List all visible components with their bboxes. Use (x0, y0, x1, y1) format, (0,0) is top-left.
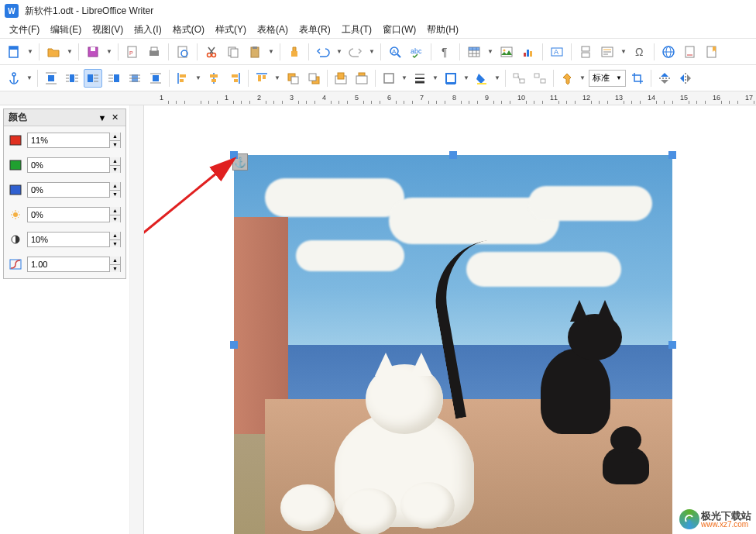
spin-up[interactable]: ▲ (110, 232, 120, 240)
menu-view[interactable]: 视图(V) (88, 22, 128, 38)
spin-up[interactable]: ▲ (110, 182, 120, 191)
insert-field-button[interactable] (598, 43, 617, 61)
align-top-button[interactable] (253, 69, 271, 88)
blue-spinner[interactable]: ▲▼ (109, 182, 120, 198)
cut-button[interactable] (202, 43, 221, 61)
panel-menu-button[interactable]: ▼ (96, 112, 108, 124)
insert-textbox-button[interactable]: A (548, 43, 566, 61)
insert-chart-button[interactable] (519, 43, 538, 61)
spin-up[interactable]: ▲ (110, 207, 120, 215)
menu-styles[interactable]: 样式(Y) (211, 22, 251, 38)
align-left-dropdown[interactable]: ▼ (194, 69, 202, 88)
brightness-spinner[interactable]: ▲▼ (109, 207, 120, 222)
spin-down[interactable]: ▼ (110, 265, 120, 273)
brightness-field[interactable]: ▲▼ (27, 207, 121, 222)
anchor-button[interactable] (5, 69, 23, 88)
anchor-dropdown[interactable]: ▼ (26, 69, 33, 88)
wrap-off-button[interactable] (42, 69, 60, 88)
contrast-spinner[interactable]: ▲▼ (109, 232, 120, 247)
resize-handle-tm[interactable] (449, 151, 457, 159)
contrast-field[interactable]: ▲▼ (27, 232, 121, 247)
horizontal-ruler[interactable]: 11234567891011121314151617 (144, 91, 756, 105)
border-style-button[interactable] (380, 69, 398, 88)
flip-vertical-button[interactable] (655, 69, 674, 88)
to-foreground-button[interactable] (332, 69, 350, 88)
red-field[interactable]: ▲▼ (27, 133, 121, 148)
align-center-h-button[interactable] (204, 69, 223, 88)
print-button[interactable] (145, 43, 163, 61)
wrap-optimal-button[interactable] (84, 69, 102, 88)
export-pdf-button[interactable]: P (123, 43, 142, 61)
menu-help[interactable]: 帮助(H) (422, 22, 463, 38)
copy-button[interactable] (224, 43, 242, 61)
link-frames-button[interactable] (510, 69, 528, 88)
resize-handle-tr[interactable] (668, 151, 676, 159)
area-fill-button[interactable] (472, 69, 491, 88)
selected-image-frame[interactable]: ⚓ (234, 155, 672, 534)
resize-handle-ml[interactable] (230, 341, 238, 349)
wrap-page-button[interactable] (63, 69, 81, 88)
paste-dropdown[interactable]: ▼ (267, 43, 275, 61)
filter-dropdown[interactable]: ▼ (579, 69, 586, 88)
insert-image-button[interactable] (497, 43, 516, 61)
paste-button[interactable] (246, 43, 264, 61)
insert-special-char-button[interactable]: Ω (631, 43, 649, 61)
spin-up[interactable]: ▲ (110, 257, 120, 265)
redo-button[interactable] (346, 43, 365, 61)
undo-button[interactable] (314, 43, 332, 61)
spin-down[interactable]: ▼ (110, 191, 120, 198)
spin-down[interactable]: ▼ (110, 141, 120, 149)
spin-up[interactable]: ▲ (110, 133, 120, 141)
insert-hyperlink-button[interactable] (659, 43, 678, 61)
align-right-button[interactable] (225, 69, 244, 88)
menu-edit[interactable]: 编辑(E) (46, 22, 86, 38)
crop-button[interactable] (628, 69, 647, 88)
resize-handle-tl[interactable] (230, 151, 238, 159)
find-replace-button[interactable]: A (386, 43, 404, 61)
menu-insert[interactable]: 插入(I) (129, 22, 166, 38)
brightness-input[interactable] (28, 210, 109, 219)
wrap-through-button[interactable] (125, 69, 144, 88)
new-doc-dropdown[interactable]: ▼ (26, 43, 34, 61)
blue-field[interactable]: ▲▼ (27, 182, 121, 198)
open-dropdown[interactable]: ▼ (66, 43, 74, 61)
insert-bookmark-button[interactable] (703, 43, 721, 61)
spin-down[interactable]: ▼ (110, 166, 120, 174)
open-button[interactable] (44, 43, 63, 61)
border-color-dropdown[interactable]: ▼ (462, 69, 470, 88)
insert-field-dropdown[interactable]: ▼ (620, 43, 627, 61)
wrap-before-button[interactable] (105, 69, 123, 88)
menu-form[interactable]: 表单(R) (294, 22, 335, 38)
border-color-button[interactable] (442, 69, 460, 88)
menu-table[interactable]: 表格(A) (253, 22, 293, 38)
save-dropdown[interactable]: ▼ (105, 43, 113, 61)
gamma-spinner[interactable]: ▲▼ (109, 257, 120, 272)
wrap-parallel-button[interactable] (146, 69, 165, 88)
green-field[interactable]: ▲▼ (27, 157, 121, 173)
red-input[interactable] (28, 136, 109, 145)
clone-format-button[interactable] (285, 43, 304, 61)
print-preview-button[interactable] (174, 43, 192, 61)
green-input[interactable] (28, 160, 109, 170)
border-width-dropdown[interactable]: ▼ (431, 69, 439, 88)
vertical-ruler[interactable] (130, 105, 144, 534)
color-panel-titlebar[interactable]: 颜色 ▼ ✕ (4, 109, 125, 126)
contrast-input[interactable] (28, 235, 109, 244)
gamma-field[interactable]: ▲▼ (27, 257, 121, 272)
menu-file[interactable]: 文件(F) (5, 22, 44, 38)
area-fill-dropdown[interactable]: ▼ (493, 69, 501, 88)
border-width-button[interactable] (411, 69, 429, 88)
filter-button[interactable] (558, 69, 576, 88)
unlink-frames-button[interactable] (531, 69, 549, 88)
save-button[interactable] (84, 43, 102, 61)
send-back-button[interactable] (304, 69, 323, 88)
graphics-mode-combo[interactable]: 标准▼ (589, 70, 626, 87)
spin-down[interactable]: ▼ (110, 240, 120, 248)
gamma-input[interactable] (28, 260, 109, 269)
spin-down[interactable]: ▼ (110, 215, 120, 223)
insert-page-break-button[interactable] (576, 43, 595, 61)
panel-close-button[interactable]: ✕ (108, 112, 121, 124)
menu-tools[interactable]: 工具(T) (337, 22, 376, 38)
formatting-marks-button[interactable]: ¶ (436, 43, 455, 61)
undo-dropdown[interactable]: ▼ (335, 43, 343, 61)
